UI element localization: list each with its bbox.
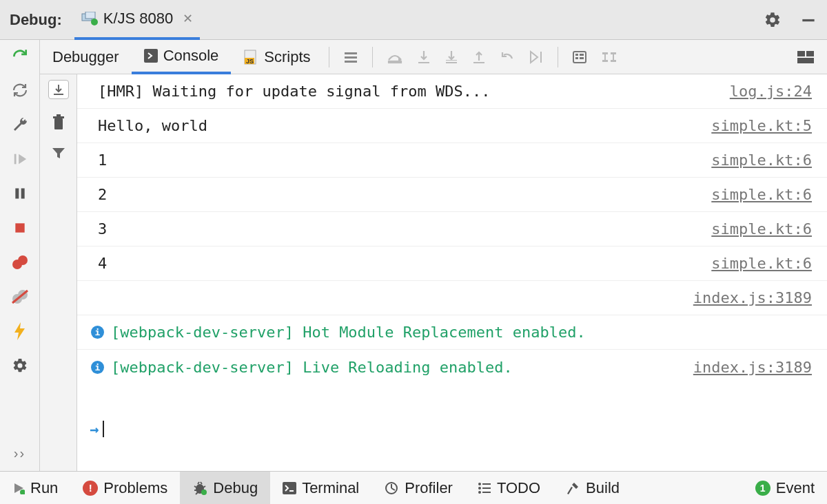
bottom-tab-todo[interactable]: TODO [465,472,553,505]
svg-rect-3 [802,19,814,21]
console-msg: [webpack-dev-server] Live Reloading enab… [111,359,682,376]
tab-console[interactable]: Console [132,40,232,74]
show-frames-icon[interactable] [343,50,358,64]
close-tab-icon[interactable]: ✕ [183,11,193,26]
mute-breakpoints-icon[interactable] [11,288,29,306]
lightning-icon[interactable] [11,322,29,340]
stop-icon[interactable] [11,219,29,237]
step-into-icon[interactable] [417,50,431,65]
error-badge-icon: ! [83,481,98,496]
svg-rect-32 [611,52,616,54]
bottom-run-label: Run [30,479,58,497]
minimize-icon[interactable] [799,11,817,29]
bottom-tab-run[interactable]: Run [0,472,70,505]
console-source-link[interactable]: index.js:3189 [693,359,812,376]
profiler-icon [384,481,399,496]
refresh-icon[interactable] [11,81,29,99]
svg-rect-36 [806,51,814,56]
svg-rect-7 [15,223,24,232]
console-msg: 4 [98,255,700,272]
console-prompt[interactable]: → [77,412,827,446]
breakpoints-icon[interactable] [11,253,29,271]
bottom-tool-bar: Run ! Problems Debug Terminal Profiler T… [0,471,827,504]
rerun-icon[interactable] [11,47,29,65]
console-row: 4 simple.kt:6 [77,246,827,281]
console-source-link[interactable]: simple.kt:6 [711,255,812,272]
svg-rect-31 [602,52,608,54]
debug-config-tab[interactable]: K/JS 8080 ✕ [74,0,201,40]
svg-rect-25 [540,52,542,63]
bottom-tab-build[interactable]: Build [553,472,632,505]
svg-rect-29 [575,57,578,59]
wrench-icon[interactable] [11,116,29,134]
console-source-link[interactable]: simple.kt:5 [711,117,812,134]
bottom-tab-debug[interactable]: Debug [180,472,270,505]
svg-rect-38 [54,94,63,95]
bottom-todo-label: TODO [497,479,540,497]
terminal-icon [283,482,296,494]
console-source-link[interactable]: simple.kt:6 [711,151,812,169]
svg-text:JS: JS [246,58,254,65]
svg-rect-24 [473,62,484,63]
bottom-problems-label: Problems [103,479,167,497]
debug-config-name: K/JS 8080 [103,10,174,28]
debug-tabs: Debugger Console JS Scripts [40,40,827,74]
tab-scripts[interactable]: JS Scripts [231,40,323,74]
tab-debugger[interactable]: Debugger [40,40,132,74]
svg-rect-28 [580,54,584,56]
svg-rect-34 [611,60,616,62]
console-source-link[interactable]: index.js:3189 [693,289,812,306]
bug-icon [192,481,207,496]
step-over-icon[interactable] [387,50,403,64]
clear-console-icon[interactable] [52,114,65,131]
debug-header: Debug: K/JS 8080 ✕ [0,0,827,40]
svg-rect-18 [345,56,357,59]
console-output[interactable]: [HMR] Waiting for update signal from WDS… [77,74,827,471]
debug-settings-icon[interactable] [11,357,29,375]
svg-rect-41 [57,114,61,116]
trace-icon[interactable] [601,50,617,64]
text-cursor [103,421,104,437]
filter-icon[interactable] [51,146,66,160]
force-step-into-icon[interactable] [445,50,458,65]
console-side-toolbar [40,74,77,471]
more-icon[interactable]: ›› [14,445,25,461]
console-row: 2 simple.kt:6 [77,178,827,212]
debug-label: Debug: [10,11,62,29]
bottom-profiler-label: Profiler [405,479,453,497]
bottom-tab-profiler[interactable]: Profiler [371,472,465,505]
layout-icon[interactable] [797,50,815,64]
js-file-icon: JS [243,50,258,65]
debug-left-toolbar: ›› [0,40,40,471]
drop-frame-icon[interactable] [500,50,515,65]
bottom-tab-terminal[interactable]: Terminal [270,472,371,505]
resume-icon[interactable] [11,150,29,168]
svg-rect-30 [580,57,584,59]
tab-scripts-label: Scripts [264,48,310,66]
console-source-link[interactable]: simple.kt:6 [711,220,812,238]
bottom-build-label: Build [586,479,620,497]
pause-icon[interactable] [11,185,29,202]
event-count-badge: 1 [755,481,770,496]
bottom-tab-problems[interactable]: ! Problems [70,472,180,505]
bottom-tab-event[interactable]: 1 Event [743,472,827,505]
evaluate-icon[interactable] [572,50,587,64]
console-row: 3 simple.kt:6 [77,212,827,246]
console-source-link[interactable]: log.js:24 [730,83,812,100]
prompt-arrow-icon: → [90,421,99,438]
console-row: index.js:3189 [77,281,827,315]
svg-point-42 [20,490,25,494]
scroll-to-end-icon[interactable] [48,80,69,99]
run-to-cursor-icon[interactable] [529,50,544,65]
console-chevron-icon [144,49,158,63]
svg-point-49 [478,487,481,490]
console-source-link[interactable]: simple.kt:6 [711,186,812,203]
info-icon: i [91,326,104,339]
svg-rect-17 [345,52,357,54]
svg-point-2 [91,19,98,25]
svg-rect-39 [54,118,63,129]
step-out-icon[interactable] [472,50,486,65]
svg-rect-40 [53,116,64,118]
console-msg: [webpack-dev-server] Hot Module Replacem… [111,324,812,341]
settings-gear-icon[interactable] [764,11,782,29]
